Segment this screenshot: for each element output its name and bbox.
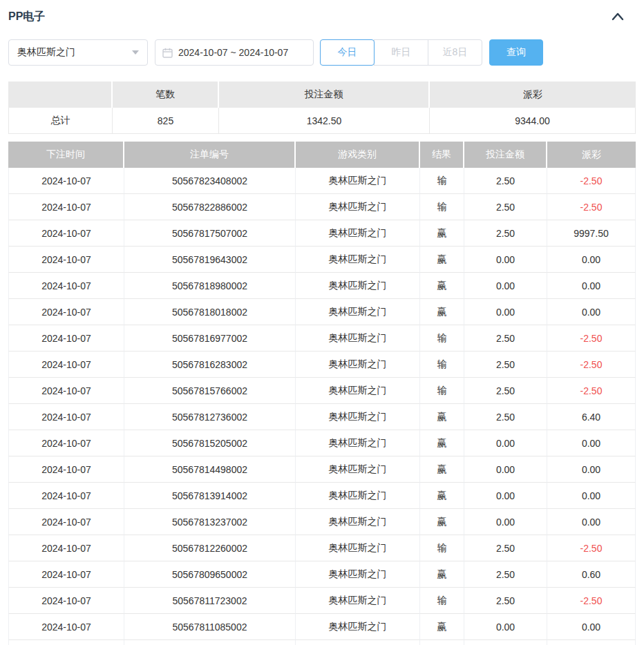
summary-total-row: 总计 825 1342.50 9344.00: [8, 108, 636, 134]
game-select-value: 奥林匹斯之门: [17, 46, 75, 59]
cell-bet-id: 50567819643002: [124, 247, 296, 273]
summary-table: 笔数 投注金额 派彩 总计 825 1342.50 9344.00: [8, 81, 636, 134]
cell-bet-time: 2024-10-07: [8, 273, 124, 299]
cell-bet-amount: 2.50: [464, 168, 547, 194]
cell-game-type: 奥林匹斯之门: [296, 430, 420, 456]
cell-bet-id: 50567822886002: [124, 194, 296, 220]
cell-bet-amount: 2.50: [464, 220, 547, 247]
quick-date-button-group: 今日 昨日 近8日: [320, 39, 482, 66]
cell-bet-time: 2024-10-07: [8, 535, 124, 561]
cell-bet-id: [124, 640, 296, 645]
cell-result: 输: [420, 588, 464, 614]
cell-game-type: 奥林匹斯之门: [296, 509, 420, 535]
table-row: 2024-10-07 50567819643002 奥林匹斯之门 赢 0.00 …: [8, 247, 636, 273]
cell-payout: [547, 640, 636, 645]
cell-bet-id: 50567809650002: [124, 561, 296, 588]
table-row: 2024-10-07 50567811085002 奥林匹斯之门 赢 0.00 …: [8, 614, 636, 640]
cell-bet-time: [8, 640, 124, 645]
cell-bet-amount: 2.50: [464, 561, 547, 588]
cell-bet-amount: 0.00: [464, 273, 547, 299]
yesterday-button[interactable]: 昨日: [374, 39, 428, 66]
cell-result: 赢: [420, 509, 464, 535]
cell-payout: -2.50: [547, 535, 636, 561]
cell-bet-time: 2024-10-07: [8, 614, 124, 640]
cell-game-type: 奥林匹斯之门: [296, 273, 420, 299]
cell-bet-id: 50567818980002: [124, 273, 296, 299]
cell-bet-id: 50567815205002: [124, 430, 296, 456]
query-button[interactable]: 查询: [489, 39, 543, 66]
date-range-value: 2024-10-07 ~ 2024-10-07: [178, 47, 288, 58]
today-button[interactable]: 今日: [320, 39, 375, 66]
panel-header: PP电子: [8, 8, 636, 25]
cell-game-type: 奥林匹斯之门: [296, 378, 420, 404]
cell-bet-amount: 0.00: [464, 483, 547, 509]
cell-bet-amount: 2.50: [464, 352, 547, 378]
cell-result: 输: [420, 378, 464, 404]
cell-bet-id: 50567812736002: [124, 404, 296, 430]
cell-result: 输: [420, 535, 464, 561]
cell-payout: 0.00: [547, 430, 636, 456]
table-row: 2024-10-07 50567813914002 奥林匹斯之门 赢 0.00 …: [8, 483, 636, 509]
cell-game-type: 奥林匹斯之门: [296, 194, 420, 220]
cell-payout: -2.50: [547, 168, 636, 194]
cell-payout: 0.60: [547, 561, 636, 588]
header-game-type: 游戏类别: [296, 142, 420, 168]
cell-game-type: 奥林匹斯之门: [296, 352, 420, 378]
summary-total-bet-amount: 1342.50: [219, 108, 430, 134]
table-row: 2024-10-07 50567811723002 奥林匹斯之门 输 2.50 …: [8, 588, 636, 614]
table-row: 2024-10-07 50567818980002 奥林匹斯之门 赢 0.00 …: [8, 273, 636, 299]
cell-game-type: 奥林匹斯之门: [296, 561, 420, 588]
header-bet-time: 下注时间: [8, 142, 124, 168]
cell-bet-amount: 0.00: [464, 299, 547, 325]
cell-bet-time: 2024-10-07: [8, 378, 124, 404]
cell-bet-amount: 0.00: [464, 247, 547, 273]
cell-bet-time: 2024-10-07: [8, 509, 124, 535]
cell-bet-id: 50567813237002: [124, 509, 296, 535]
cell-result: 输: [420, 325, 464, 352]
cell-result: 赢: [420, 247, 464, 273]
summary-header-bet-amount: 投注金额: [219, 81, 430, 108]
last-8-days-button[interactable]: 近8日: [428, 39, 482, 66]
summary-total-label: 总计: [8, 108, 113, 134]
filter-bar: 奥林匹斯之门 2024-10-07 ~ 2024-10-07 今日 昨日 近8日…: [8, 39, 636, 66]
cell-payout: 0.00: [547, 299, 636, 325]
game-select[interactable]: 奥林匹斯之门: [8, 39, 148, 66]
cell-bet-time: 2024-10-07: [8, 352, 124, 378]
table-row: 2024-10-07 50567809650002 奥林匹斯之门 赢 2.50 …: [8, 561, 636, 588]
cell-payout: -2.50: [547, 352, 636, 378]
cell-bet-id: 50567812260002: [124, 535, 296, 561]
header-payout: 派彩: [547, 142, 636, 168]
table-row-partial: [8, 640, 636, 645]
collapse-button[interactable]: [609, 8, 626, 25]
table-row: 2024-10-07 50567812736002 奥林匹斯之门 赢 2.50 …: [8, 404, 636, 430]
table-row: 2024-10-07 50567817507002 奥林匹斯之门 赢 2.50 …: [8, 220, 636, 247]
page-title: PP电子: [8, 10, 45, 24]
cell-game-type: 奥林匹斯之门: [296, 299, 420, 325]
cell-bet-time: 2024-10-07: [8, 194, 124, 220]
cell-bet-id: 50567817507002: [124, 220, 296, 247]
summary-total-payout: 9344.00: [430, 108, 636, 134]
cell-payout: -2.50: [547, 378, 636, 404]
cell-bet-id: 50567814498002: [124, 456, 296, 483]
caret-down-icon: [132, 50, 139, 55]
table-row: 2024-10-07 50567815766002 奥林匹斯之门 输 2.50 …: [8, 378, 636, 404]
cell-bet-id: 50567816977002: [124, 325, 296, 352]
cell-bet-amount: 0.00: [464, 614, 547, 640]
cell-bet-amount: 2.50: [464, 325, 547, 352]
cell-result: 赢: [420, 614, 464, 640]
cell-result: 赢: [420, 430, 464, 456]
table-row: 2024-10-07 50567822886002 奥林匹斯之门 输 2.50 …: [8, 194, 636, 220]
cell-result: 输: [420, 194, 464, 220]
cell-game-type: 奥林匹斯之门: [296, 614, 420, 640]
cell-result: 赢: [420, 483, 464, 509]
cell-bet-time: 2024-10-07: [8, 220, 124, 247]
cell-bet-time: 2024-10-07: [8, 404, 124, 430]
cell-bet-amount: [464, 640, 547, 645]
pp-dianzi-panel: PP电子 奥林匹斯之门 2024-10-07 ~ 2: [0, 0, 644, 645]
cell-bet-time: 2024-10-07: [8, 299, 124, 325]
cell-game-type: 奥林匹斯之门: [296, 220, 420, 247]
cell-bet-amount: 2.50: [464, 535, 547, 561]
cell-payout: 0.00: [547, 509, 636, 535]
date-range-input[interactable]: 2024-10-07 ~ 2024-10-07: [155, 39, 314, 66]
summary-header-row: 笔数 投注金额 派彩: [8, 81, 636, 108]
